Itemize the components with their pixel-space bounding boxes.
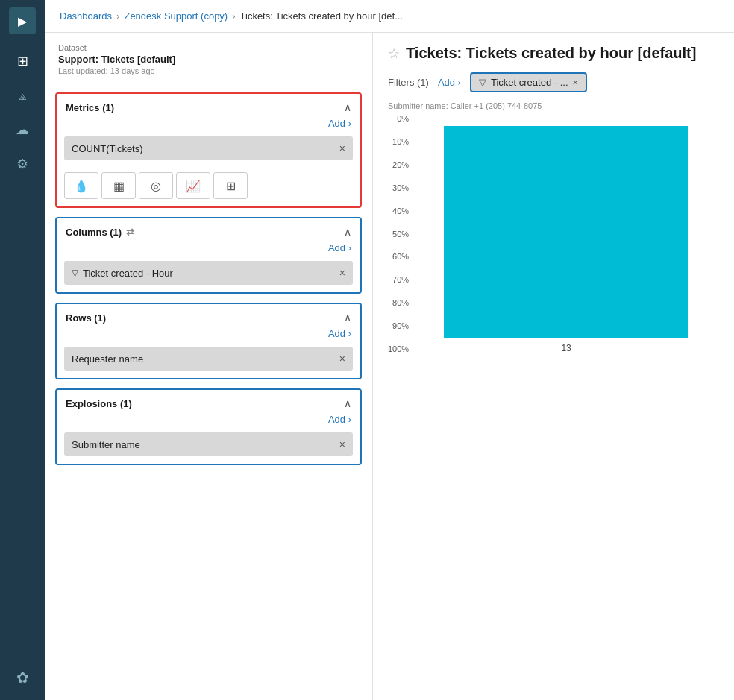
chart-icon-radio[interactable]: ◎ <box>139 172 173 199</box>
content-area: Dataset Support: Tickets [default] Last … <box>45 33 734 700</box>
chart-subtitle: Submitter name: Caller +1 (205) 744-8075 <box>388 101 719 110</box>
columns-title: Columns (1) ⇄ <box>66 227 134 238</box>
metrics-section: Metrics (1) ∧ Add › COUNT(Tickets) × 💧 ▦… <box>55 92 362 208</box>
dataset-info: Dataset Support: Tickets [default] Last … <box>45 33 372 83</box>
breadcrumb-dashboards[interactable]: Dashboards <box>60 10 112 22</box>
y-label-70: 70% <box>392 276 409 284</box>
bar-area <box>413 115 719 338</box>
y-label-80: 80% <box>392 299 409 307</box>
breadcrumb-sep-2: › <box>232 10 235 22</box>
filter-add-button[interactable]: Add › <box>438 77 461 88</box>
bar-13 <box>444 126 688 338</box>
page-title-row: ☆ Tickets: Tickets created by hour [defa… <box>388 45 719 62</box>
filters-label: Filters (1) <box>388 77 429 88</box>
chart-icon-drop[interactable]: 💧 <box>64 172 98 199</box>
analytics-icon[interactable]: ⟁ <box>7 81 37 110</box>
explosions-add: Add › <box>57 412 360 429</box>
breadcrumb: Dashboards › Zendesk Support (copy) › Ti… <box>45 0 734 33</box>
star-icon[interactable]: ☆ <box>388 45 400 62</box>
explosions-chevron-icon[interactable]: ∧ <box>344 397 351 409</box>
columns-section: Columns (1) ⇄ ∧ Add › ▽ Ticket created -… <box>55 217 362 294</box>
explosions-add-button[interactable]: Add › <box>328 414 351 425</box>
y-label-0: 0% <box>397 115 409 123</box>
rows-title: Rows (1) <box>66 312 106 324</box>
rows-item-close[interactable]: × <box>339 353 345 365</box>
chart-icon-bar[interactable]: ▦ <box>101 172 136 199</box>
metrics-chevron-icon[interactable]: ∧ <box>344 101 351 113</box>
upload-icon[interactable]: ☁ <box>7 115 37 145</box>
main-area: Dashboards › Zendesk Support (copy) › Ti… <box>45 0 734 700</box>
metrics-header: Metrics (1) ∧ <box>57 94 360 116</box>
filters-row: Filters (1) Add › ▽ Ticket created - ...… <box>388 72 719 92</box>
rows-add: Add › <box>57 327 360 344</box>
columns-item-left: ▽ Ticket created - Hour <box>72 268 173 279</box>
columns-item: ▽ Ticket created - Hour × <box>64 261 353 285</box>
breadcrumb-zendesk-copy[interactable]: Zendesk Support (copy) <box>124 10 228 22</box>
metrics-title: Metrics (1) <box>66 102 114 113</box>
columns-filter-icon: ▽ <box>72 268 78 278</box>
columns-item-label: Ticket created - Hour <box>83 268 173 279</box>
home-icon[interactable]: ⊞ <box>7 46 37 76</box>
chart-icon-table[interactable]: ⊞ <box>213 172 248 199</box>
explosions-header: Explosions (1) ∧ <box>57 390 360 412</box>
zendesk-icon[interactable]: ✿ <box>7 663 37 693</box>
chart-type-icons: 💧 ▦ ◎ 📈 ⊞ <box>57 168 360 206</box>
columns-item-close[interactable]: × <box>339 267 345 279</box>
y-label-60: 60% <box>392 253 409 261</box>
metrics-add: Add › <box>57 116 360 133</box>
y-axis: 100% 90% 80% 70% 60% 50% 40% 30% 20% 10%… <box>388 115 413 353</box>
sidebar: ▶ ⊞ ⟁ ☁ ⚙ ✿ <box>0 0 45 700</box>
columns-header: Columns (1) ⇄ ∧ <box>57 218 360 241</box>
columns-chevron-icon[interactable]: ∧ <box>344 226 351 238</box>
left-panel: Dataset Support: Tickets [default] Last … <box>45 33 373 700</box>
rows-add-button[interactable]: Add › <box>328 328 351 339</box>
filter-icon-tag: ▽ <box>479 77 486 88</box>
metrics-add-button[interactable]: Add › <box>328 118 351 129</box>
columns-swap-icon[interactable]: ⇄ <box>126 227 134 238</box>
chart-inner: 13 <box>413 115 719 353</box>
y-label-90: 90% <box>392 322 409 330</box>
x-label-13: 13 <box>413 343 719 353</box>
filter-tag-close[interactable]: × <box>573 77 579 88</box>
explosions-item-label: Submitter name <box>72 439 140 450</box>
metrics-item-label: COUNT(Tickets) <box>72 143 143 154</box>
explosions-title: Explosions (1) <box>66 398 132 409</box>
metrics-item: COUNT(Tickets) × <box>64 136 353 160</box>
y-label-30: 30% <box>392 184 409 192</box>
columns-add-button[interactable]: Add › <box>328 242 351 253</box>
breadcrumb-sep-1: › <box>116 10 119 22</box>
y-label-100: 100% <box>388 345 409 353</box>
explosions-item-close[interactable]: × <box>339 438 345 450</box>
y-label-10: 10% <box>392 138 409 146</box>
chart-icon-trend[interactable]: 📈 <box>176 172 210 199</box>
rows-header: Rows (1) ∧ <box>57 304 360 327</box>
logo-icon[interactable]: ▶ <box>9 7 36 34</box>
rows-item: Requester name × <box>64 347 353 371</box>
rows-item-label: Requester name <box>72 353 143 365</box>
dataset-label: Dataset <box>58 43 359 52</box>
y-label-50: 50% <box>392 230 409 239</box>
page-title: Tickets: Tickets created by hour [defaul… <box>406 45 696 62</box>
explosions-item: Submitter name × <box>64 432 353 456</box>
columns-add: Add › <box>57 241 360 258</box>
rows-section: Rows (1) ∧ Add › Requester name × <box>55 303 362 379</box>
sidebar-bottom: ✿ <box>7 663 37 693</box>
y-label-20: 20% <box>392 161 409 169</box>
dataset-updated: Last updated: 13 days ago <box>58 66 359 75</box>
chart-container: 100% 90% 80% 70% 60% 50% 40% 30% 20% 10%… <box>388 115 719 353</box>
metrics-item-close[interactable]: × <box>339 142 345 154</box>
explosions-section: Explosions (1) ∧ Add › Submitter name × <box>55 388 362 465</box>
settings-icon[interactable]: ⚙ <box>7 149 37 179</box>
rows-chevron-icon[interactable]: ∧ <box>344 312 351 324</box>
right-panel: ☆ Tickets: Tickets created by hour [defa… <box>373 33 734 700</box>
y-label-40: 40% <box>392 207 409 215</box>
breadcrumb-current: Tickets: Tickets created by hour [def... <box>240 10 403 22</box>
filter-tag: ▽ Ticket created - ... × <box>470 72 587 92</box>
filter-tag-label: Ticket created - ... <box>491 77 568 88</box>
dataset-name: Support: Tickets [default] <box>58 54 359 65</box>
